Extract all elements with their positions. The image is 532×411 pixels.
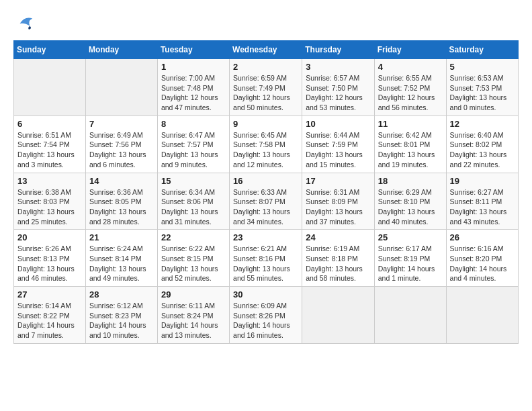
calendar-cell: 5Sunrise: 6:53 AM Sunset: 7:53 PM Daylig… bbox=[446, 59, 518, 116]
day-info: Sunrise: 6:55 AM Sunset: 7:52 PM Dayligh… bbox=[378, 73, 443, 113]
day-info: Sunrise: 6:09 AM Sunset: 8:26 PM Dayligh… bbox=[233, 301, 298, 340]
calendar-cell: 12Sunrise: 6:40 AM Sunset: 8:02 PM Dayli… bbox=[446, 116, 518, 173]
day-number: 6 bbox=[17, 119, 82, 129]
day-number: 22 bbox=[161, 232, 226, 242]
day-info: Sunrise: 6:40 AM Sunset: 8:02 PM Dayligh… bbox=[450, 130, 515, 170]
day-info: Sunrise: 6:34 AM Sunset: 8:06 PM Dayligh… bbox=[161, 187, 226, 227]
calendar-cell: 15Sunrise: 6:34 AM Sunset: 8:06 PM Dayli… bbox=[157, 173, 229, 230]
day-number: 2 bbox=[233, 62, 298, 72]
calendar-cell: 6Sunrise: 6:51 AM Sunset: 7:54 PM Daylig… bbox=[14, 116, 86, 173]
page-header bbox=[13, 13, 519, 34]
weekday-header-thursday: Thursday bbox=[302, 41, 374, 59]
weekday-header-saturday: Saturday bbox=[446, 41, 518, 59]
logo bbox=[13, 13, 35, 34]
day-number: 16 bbox=[233, 176, 298, 186]
calendar-cell: 11Sunrise: 6:42 AM Sunset: 8:01 PM Dayli… bbox=[374, 116, 446, 173]
weekday-header-monday: Monday bbox=[85, 41, 157, 59]
calendar-cell: 26Sunrise: 6:16 AM Sunset: 8:20 PM Dayli… bbox=[446, 230, 518, 287]
weekday-header-friday: Friday bbox=[374, 41, 446, 59]
day-info: Sunrise: 6:17 AM Sunset: 8:19 PM Dayligh… bbox=[378, 244, 443, 283]
calendar-cell: 14Sunrise: 6:36 AM Sunset: 8:05 PM Dayli… bbox=[85, 173, 157, 230]
calendar-cell: 25Sunrise: 6:17 AM Sunset: 8:19 PM Dayli… bbox=[374, 230, 446, 287]
calendar-cell: 19Sunrise: 6:27 AM Sunset: 8:11 PM Dayli… bbox=[446, 173, 518, 230]
day-info: Sunrise: 6:16 AM Sunset: 8:20 PM Dayligh… bbox=[450, 244, 515, 283]
day-number: 14 bbox=[89, 176, 154, 186]
day-number: 9 bbox=[233, 119, 298, 129]
day-info: Sunrise: 6:29 AM Sunset: 8:10 PM Dayligh… bbox=[378, 187, 443, 227]
calendar-cell bbox=[446, 287, 518, 344]
day-number: 30 bbox=[233, 289, 298, 300]
calendar-cell: 18Sunrise: 6:29 AM Sunset: 8:10 PM Dayli… bbox=[374, 173, 446, 230]
day-number: 5 bbox=[450, 62, 515, 72]
calendar-cell: 2Sunrise: 6:59 AM Sunset: 7:49 PM Daylig… bbox=[230, 59, 302, 116]
weekday-header-tuesday: Tuesday bbox=[157, 41, 229, 59]
calendar-cell: 17Sunrise: 6:31 AM Sunset: 8:09 PM Dayli… bbox=[302, 173, 374, 230]
day-info: Sunrise: 6:31 AM Sunset: 8:09 PM Dayligh… bbox=[306, 187, 370, 227]
calendar-cell: 24Sunrise: 6:19 AM Sunset: 8:18 PM Dayli… bbox=[302, 230, 374, 287]
calendar-cell: 8Sunrise: 6:47 AM Sunset: 7:57 PM Daylig… bbox=[157, 116, 229, 173]
day-number: 10 bbox=[306, 119, 370, 129]
day-info: Sunrise: 6:45 AM Sunset: 7:58 PM Dayligh… bbox=[233, 130, 298, 170]
day-number: 27 bbox=[17, 289, 82, 300]
day-info: Sunrise: 6:11 AM Sunset: 8:24 PM Dayligh… bbox=[161, 301, 226, 340]
day-info: Sunrise: 6:22 AM Sunset: 8:15 PM Dayligh… bbox=[161, 244, 226, 283]
day-info: Sunrise: 6:14 AM Sunset: 8:22 PM Dayligh… bbox=[17, 301, 82, 340]
calendar-cell: 1Sunrise: 7:00 AM Sunset: 7:48 PM Daylig… bbox=[157, 59, 229, 116]
calendar-cell: 16Sunrise: 6:33 AM Sunset: 8:07 PM Dayli… bbox=[230, 173, 302, 230]
day-info: Sunrise: 7:00 AM Sunset: 7:48 PM Dayligh… bbox=[161, 73, 226, 113]
day-number: 7 bbox=[89, 119, 154, 129]
day-number: 1 bbox=[161, 62, 226, 72]
day-info: Sunrise: 6:59 AM Sunset: 7:49 PM Dayligh… bbox=[233, 73, 298, 113]
calendar-cell: 9Sunrise: 6:45 AM Sunset: 7:58 PM Daylig… bbox=[230, 116, 302, 173]
calendar-cell: 7Sunrise: 6:49 AM Sunset: 7:56 PM Daylig… bbox=[85, 116, 157, 173]
calendar-cell: 13Sunrise: 6:38 AM Sunset: 8:03 PM Dayli… bbox=[14, 173, 86, 230]
day-info: Sunrise: 6:57 AM Sunset: 7:50 PM Dayligh… bbox=[306, 73, 370, 113]
day-number: 20 bbox=[17, 232, 82, 242]
calendar-cell bbox=[85, 59, 157, 116]
day-info: Sunrise: 6:38 AM Sunset: 8:03 PM Dayligh… bbox=[17, 187, 82, 227]
day-info: Sunrise: 6:33 AM Sunset: 8:07 PM Dayligh… bbox=[233, 187, 298, 227]
day-info: Sunrise: 6:47 AM Sunset: 7:57 PM Dayligh… bbox=[161, 130, 226, 170]
day-number: 8 bbox=[161, 119, 226, 129]
calendar-cell: 20Sunrise: 6:26 AM Sunset: 8:13 PM Dayli… bbox=[14, 230, 86, 287]
calendar-cell: 21Sunrise: 6:24 AM Sunset: 8:14 PM Dayli… bbox=[85, 230, 157, 287]
day-info: Sunrise: 6:36 AM Sunset: 8:05 PM Dayligh… bbox=[89, 187, 154, 227]
day-info: Sunrise: 6:26 AM Sunset: 8:13 PM Dayligh… bbox=[17, 244, 82, 283]
day-number: 18 bbox=[378, 176, 443, 186]
day-number: 12 bbox=[450, 119, 515, 129]
calendar-cell: 4Sunrise: 6:55 AM Sunset: 7:52 PM Daylig… bbox=[374, 59, 446, 116]
day-number: 11 bbox=[378, 119, 443, 129]
calendar-cell bbox=[374, 287, 446, 344]
weekday-header-sunday: Sunday bbox=[14, 41, 86, 59]
day-number: 24 bbox=[306, 232, 370, 242]
day-info: Sunrise: 6:12 AM Sunset: 8:23 PM Dayligh… bbox=[89, 301, 154, 340]
day-number: 21 bbox=[89, 232, 154, 242]
day-info: Sunrise: 6:44 AM Sunset: 7:59 PM Dayligh… bbox=[306, 130, 370, 170]
calendar-cell: 28Sunrise: 6:12 AM Sunset: 8:23 PM Dayli… bbox=[85, 287, 157, 344]
day-number: 13 bbox=[17, 176, 82, 186]
calendar-cell: 30Sunrise: 6:09 AM Sunset: 8:26 PM Dayli… bbox=[230, 287, 302, 344]
calendar-cell: 3Sunrise: 6:57 AM Sunset: 7:50 PM Daylig… bbox=[302, 59, 374, 116]
day-number: 4 bbox=[378, 62, 443, 72]
day-number: 23 bbox=[233, 232, 298, 242]
day-number: 15 bbox=[161, 176, 226, 186]
day-info: Sunrise: 6:49 AM Sunset: 7:56 PM Dayligh… bbox=[89, 130, 154, 170]
day-number: 28 bbox=[89, 289, 154, 300]
day-number: 17 bbox=[306, 176, 370, 186]
day-info: Sunrise: 6:27 AM Sunset: 8:11 PM Dayligh… bbox=[450, 187, 515, 227]
day-number: 19 bbox=[450, 176, 515, 186]
day-number: 26 bbox=[450, 232, 515, 242]
calendar-cell: 23Sunrise: 6:21 AM Sunset: 8:16 PM Dayli… bbox=[230, 230, 302, 287]
day-info: Sunrise: 6:24 AM Sunset: 8:14 PM Dayligh… bbox=[89, 244, 154, 283]
calendar-cell bbox=[302, 287, 374, 344]
calendar-cell: 29Sunrise: 6:11 AM Sunset: 8:24 PM Dayli… bbox=[157, 287, 229, 344]
calendar-cell: 10Sunrise: 6:44 AM Sunset: 7:59 PM Dayli… bbox=[302, 116, 374, 173]
calendar-header: SundayMondayTuesdayWednesdayThursdayFrid… bbox=[14, 41, 519, 59]
calendar-cell: 22Sunrise: 6:22 AM Sunset: 8:15 PM Dayli… bbox=[157, 230, 229, 287]
day-info: Sunrise: 6:42 AM Sunset: 8:01 PM Dayligh… bbox=[378, 130, 443, 170]
day-info: Sunrise: 6:19 AM Sunset: 8:18 PM Dayligh… bbox=[306, 244, 370, 283]
day-number: 29 bbox=[161, 289, 226, 300]
day-number: 25 bbox=[378, 232, 443, 242]
day-number: 3 bbox=[306, 62, 370, 72]
calendar-cell bbox=[14, 59, 86, 116]
